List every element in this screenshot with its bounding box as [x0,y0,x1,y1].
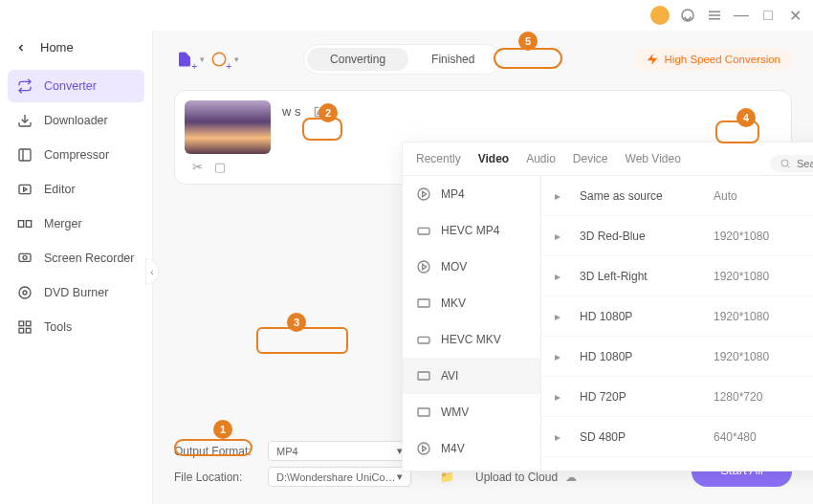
annotation-5: 5 [518,32,538,51]
poptab-web[interactable]: Web Video [626,152,681,175]
sidebar-item-label: Converter [44,79,97,93]
high-speed-conversion[interactable]: High Speed Conversion [634,48,792,71]
crop-icon[interactable]: ▢ [214,160,226,174]
resolution-item[interactable]: ▸3D Left-Right1920*1080 [541,256,813,296]
close-button[interactable]: ✕ [786,7,803,24]
folder-icon[interactable]: 📁 [440,471,454,484]
sidebar-item-label: Downloader [44,114,108,127]
svg-point-19 [212,53,226,66]
resolution-item[interactable]: ▸Same as sourceAuto [541,176,813,216]
svg-point-32 [418,443,429,454]
avatar[interactable] [650,6,670,25]
sidebar-item-merger[interactable]: Merger [8,208,144,240]
sidebar-item-downloader[interactable]: Downloader [8,104,144,137]
minimize-button[interactable]: — [733,7,750,24]
resolution-item[interactable]: ▸HD 1080P1920*1080 [541,296,813,337]
file-name: w s [282,104,301,119]
svg-rect-5 [19,149,31,161]
sidebar-item-compressor[interactable]: Compressor [8,139,144,171]
format-popover: Recently Video Audio Device Web Video MP… [402,142,813,471]
support-icon[interactable] [679,7,696,24]
sidebar-item-dvd-burner[interactable]: DVD Burner [8,276,144,309]
svg-rect-30 [418,372,429,380]
format-avi[interactable]: AVI [403,358,540,394]
back-home[interactable]: Home [8,34,144,60]
plus-icon: + [191,61,197,72]
svg-marker-24 [423,191,427,196]
svg-rect-16 [26,321,31,326]
format-search[interactable] [770,155,813,172]
add-file-button[interactable]: + ▾ [174,49,195,70]
svg-rect-9 [18,221,23,228]
sidebar-item-converter[interactable]: Converter [8,70,144,102]
menu-icon[interactable] [706,7,723,24]
titlebar: — □ ✕ [0,0,813,31]
tab-finished[interactable]: Finished [408,48,497,71]
editor-icon [17,182,33,197]
svg-marker-8 [24,187,27,191]
svg-rect-31 [418,408,429,416]
play-icon: ▸ [555,390,570,404]
output-format-select[interactable]: MP4▾ [268,441,411,461]
svg-point-12 [23,255,27,259]
resolution-item[interactable]: ▸3D Red-Blue1920*1080 [541,216,813,256]
resolution-item[interactable]: ▸HD 720P1280*720 [541,377,813,417]
recorder-icon [17,251,33,266]
sidebar-item-label: Screen Recorder [44,252,135,265]
play-icon: ▸ [555,230,570,243]
plus-icon: + [226,61,231,72]
hsc-label: High Speed Conversion [665,54,780,65]
main-panel: + ▾ + ▾ Converting Finished High Speed C… [153,31,813,504]
svg-line-22 [787,165,789,167]
sidebar-item-editor[interactable]: Editor [8,173,144,206]
file-location-select[interactable]: D:\Wondershare UniConverter 1▾ [268,467,411,487]
trim-icon[interactable]: ✂ [192,160,203,174]
format-mkv[interactable]: MKV [403,285,540,321]
sidebar-item-label: Tools [44,320,72,334]
format-hevc-mp4[interactable]: HEVC MP4 [403,212,540,249]
poptab-audio[interactable]: Audio [526,152,556,175]
search-icon [780,158,791,169]
sidebar-item-label: Compressor [44,148,109,162]
poptab-device[interactable]: Device [573,152,608,175]
annotation-3: 3 [287,313,306,332]
sidebar-item-tools[interactable]: Tools [8,311,144,343]
resolution-item[interactable]: ▸HD 1080P1920*1080 [541,337,813,377]
svg-rect-25 [418,228,429,234]
format-list: MP4 HEVC MP4 MOV MKV HEVC MKV AVI WMV M4… [403,176,541,471]
output-format-label: Output Format: [174,445,260,458]
format-mov[interactable]: MOV [403,249,540,285]
sidebar-item-screen-recorder[interactable]: Screen Recorder [8,242,144,274]
svg-marker-27 [423,264,427,269]
dvd-icon [17,285,33,300]
svg-rect-18 [26,328,31,333]
resolution-item[interactable]: ▸SD 480P640*480 [541,417,813,457]
file-location-label: File Location: [174,471,260,484]
poptab-recently[interactable]: Recently [416,152,461,175]
add-url-button[interactable]: + ▾ [209,49,230,70]
svg-rect-10 [26,221,31,228]
cloud-icon[interactable]: ☁ [565,471,577,484]
svg-point-26 [418,261,429,273]
format-mp4[interactable]: MP4 [403,176,540,212]
annotation-2: 2 [319,103,338,122]
sidebar-item-label: Editor [44,183,76,196]
svg-marker-33 [423,446,427,450]
video-thumbnail[interactable] [185,100,271,154]
svg-rect-28 [418,299,429,307]
svg-point-21 [781,160,788,166]
format-hevc-mkv[interactable]: HEVC MKV [403,321,540,358]
search-input[interactable] [797,158,813,169]
format-m4v[interactable]: M4V [403,430,540,467]
tools-icon [17,319,33,335]
play-icon: ▸ [555,310,570,323]
tab-converting[interactable]: Converting [307,48,408,71]
format-wmv[interactable]: WMV [403,394,540,430]
upload-cloud-label: Upload to Cloud [475,471,558,484]
poptab-video[interactable]: Video [478,152,509,175]
sidebar-item-label: Merger [44,217,82,230]
maximize-button[interactable]: □ [759,7,777,24]
annotation-4: 4 [736,108,756,127]
annotation-1: 1 [213,420,232,439]
play-icon: ▸ [555,270,570,283]
